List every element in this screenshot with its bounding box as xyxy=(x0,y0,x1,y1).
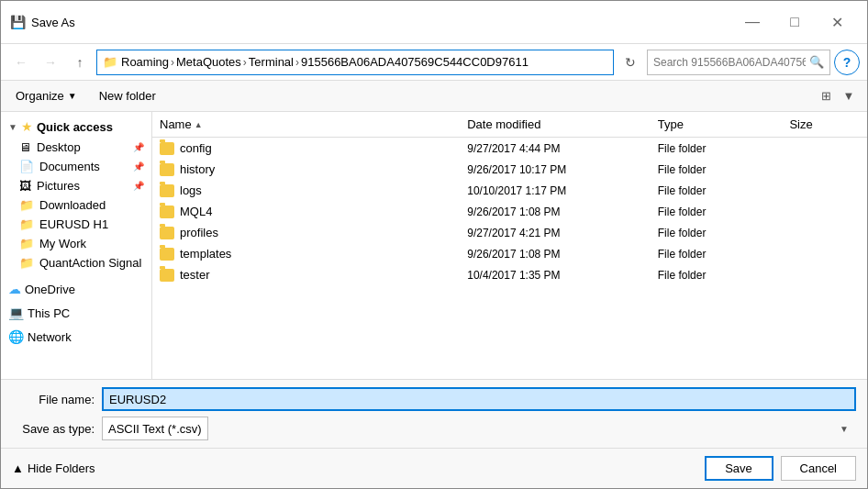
sidebar-item-mywork-label: My Work xyxy=(39,237,144,250)
sidebar-item-mywork[interactable]: 📁 My Work xyxy=(1,234,151,253)
crumb-metaquotes[interactable]: MetaQuotes xyxy=(176,55,241,69)
file-type-cell: File folder xyxy=(651,225,783,241)
file-size-cell xyxy=(782,273,867,277)
action-buttons: Save Cancel xyxy=(705,456,856,481)
savetype-select[interactable]: ASCII Text (*.csv)CSV (*.csv)Text (*.txt… xyxy=(102,417,208,440)
sidebar-item-documents-label: Documents xyxy=(39,160,126,173)
quick-access-icon: ★ xyxy=(21,119,33,134)
onedrive-label: OneDrive xyxy=(25,283,75,296)
window-title: Save As xyxy=(31,16,731,29)
file-list: Name ▲ Date modified Type Size config xyxy=(152,112,867,379)
filename-label: File name: xyxy=(12,393,95,406)
file-name-cell: history xyxy=(152,161,460,178)
sidebar: ▼ ★ Quick access 🖥 Desktop 📌 📄 Documents… xyxy=(1,112,152,379)
folder-icon xyxy=(160,206,174,218)
eurusd-icon: 📁 xyxy=(19,217,34,231)
maximize-button[interactable]: □ xyxy=(773,8,816,36)
help-button[interactable]: ? xyxy=(834,50,860,75)
pin-icon-docs: 📌 xyxy=(133,161,144,172)
downloaded-icon: 📁 xyxy=(19,198,34,212)
table-row[interactable]: config 9/27/2017 4:44 PM File folder xyxy=(152,138,867,159)
thispc-label: This PC xyxy=(28,306,70,320)
savetype-wrapper: ASCII Text (*.csv)CSV (*.csv)Text (*.txt… xyxy=(102,417,856,440)
file-name-cell: tester xyxy=(152,266,460,283)
view-options-button[interactable]: ⊞ xyxy=(815,86,837,106)
file-type-cell: File folder xyxy=(651,267,783,283)
pin-icon: 📌 xyxy=(133,142,144,152)
file-name-cell: templates xyxy=(152,245,460,262)
file-size-cell xyxy=(782,252,867,256)
folder-icon xyxy=(160,227,174,239)
new-folder-button[interactable]: New folder xyxy=(92,86,163,106)
quantaction-icon: 📁 xyxy=(19,256,34,270)
folder-icon xyxy=(160,142,174,155)
sidebar-item-pictures[interactable]: 🖼 Pictures 📌 xyxy=(1,176,151,195)
save-button[interactable]: Save xyxy=(705,456,773,481)
window-controls: — □ ✕ xyxy=(731,8,858,36)
thispc-header[interactable]: 💻 This PC xyxy=(1,302,151,324)
sidebar-item-pictures-label: Pictures xyxy=(37,179,126,193)
refresh-button[interactable]: ↻ xyxy=(618,50,643,75)
file-name-cell: logs xyxy=(152,182,460,199)
network-icon: 🌐 xyxy=(8,329,24,344)
onedrive-icon: ☁ xyxy=(8,282,21,296)
savetype-row: Save as type: ASCII Text (*.csv)CSV (*.c… xyxy=(12,417,856,440)
cancel-button[interactable]: Cancel xyxy=(781,456,856,481)
crumb-current[interactable]: 915566BA06ADA407569C544CC0D97611 xyxy=(301,55,529,69)
breadcrumb: Roaming › MetaQuotes › Terminal › 915566… xyxy=(121,55,529,69)
table-row[interactable]: templates 9/26/2017 1:08 PM File folder xyxy=(152,243,867,264)
bottom-bar: File name: Save as type: ASCII Text (*.c… xyxy=(1,379,867,448)
file-name-cell: profiles xyxy=(152,224,460,241)
search-box: 🔍 xyxy=(647,50,830,75)
view-chevron-button[interactable]: ▼ xyxy=(838,86,860,106)
filename-input[interactable] xyxy=(102,387,856,411)
save-as-dialog: 💾 Save As — □ ✕ ← → ↑ 📁 Roaming › MetaQu… xyxy=(0,0,868,489)
col-header-type[interactable]: Type xyxy=(651,116,783,133)
sidebar-item-documents[interactable]: 📄 Documents 📌 xyxy=(1,157,151,176)
sidebar-item-downloaded[interactable]: 📁 Downloaded xyxy=(1,195,151,215)
table-row[interactable]: profiles 9/27/2017 4:21 PM File folder xyxy=(152,222,867,243)
minimize-button[interactable]: — xyxy=(731,8,773,36)
window-icon: 💾 xyxy=(10,15,26,29)
pin-icon-pics: 📌 xyxy=(133,181,144,191)
file-date-cell: 10/4/2017 1:35 PM xyxy=(460,267,651,283)
sidebar-item-desktop[interactable]: 🖥 Desktop 📌 xyxy=(1,138,151,157)
address-bar[interactable]: 📁 Roaming › MetaQuotes › Terminal › 9155… xyxy=(96,50,614,75)
file-date-cell: 9/26/2017 1:08 PM xyxy=(460,246,651,262)
sidebar-item-quantaction[interactable]: 📁 QuantAction Signal xyxy=(1,253,151,272)
network-header[interactable]: 🌐 Network xyxy=(1,326,151,348)
sidebar-item-eurusd-label: EURUSD H1 xyxy=(39,217,144,231)
col-header-date[interactable]: Date modified xyxy=(460,116,651,133)
pictures-icon: 🖼 xyxy=(19,179,31,193)
col-header-name[interactable]: Name ▲ xyxy=(152,116,460,133)
table-row[interactable]: MQL4 9/26/2017 1:08 PM File folder xyxy=(152,201,867,222)
col-header-size[interactable]: Size xyxy=(782,116,867,133)
table-row[interactable]: tester 10/4/2017 1:35 PM File folder xyxy=(152,264,867,285)
onedrive-header[interactable]: ☁ OneDrive xyxy=(1,278,151,300)
buttons-bar: ▲ Hide Folders Save Cancel xyxy=(1,448,867,488)
search-icon: 🔍 xyxy=(809,55,824,69)
hide-folders-button[interactable]: ▲ Hide Folders xyxy=(12,461,95,475)
sort-arrow-icon: ▲ xyxy=(195,120,203,129)
file-size-cell xyxy=(782,210,867,214)
filename-row: File name: xyxy=(12,387,856,411)
file-date-cell: 9/27/2017 4:44 PM xyxy=(460,140,651,157)
close-button[interactable]: ✕ xyxy=(816,8,858,36)
network-label: Network xyxy=(28,330,72,344)
title-bar: 💾 Save As — □ ✕ xyxy=(1,1,867,44)
folder-icon xyxy=(160,184,174,197)
file-list-header: Name ▲ Date modified Type Size xyxy=(152,112,867,138)
documents-icon: 📄 xyxy=(19,160,34,173)
main-content: ▼ ★ Quick access 🖥 Desktop 📌 📄 Documents… xyxy=(1,112,867,379)
quick-access-header[interactable]: ▼ ★ Quick access xyxy=(1,116,151,138)
crumb-terminal[interactable]: Terminal xyxy=(249,55,294,69)
forward-button[interactable]: → xyxy=(38,50,63,75)
table-row[interactable]: history 9/26/2017 10:17 PM File folder xyxy=(152,159,867,180)
organize-button[interactable]: Organize ▼ xyxy=(8,86,84,106)
up-button[interactable]: ↑ xyxy=(67,50,93,75)
crumb-roaming[interactable]: Roaming xyxy=(121,55,169,69)
back-button[interactable]: ← xyxy=(8,50,34,75)
table-row[interactable]: logs 10/10/2017 1:17 PM File folder xyxy=(152,180,867,201)
sidebar-item-eurusd[interactable]: 📁 EURUSD H1 xyxy=(1,215,151,234)
search-input[interactable] xyxy=(653,56,806,69)
